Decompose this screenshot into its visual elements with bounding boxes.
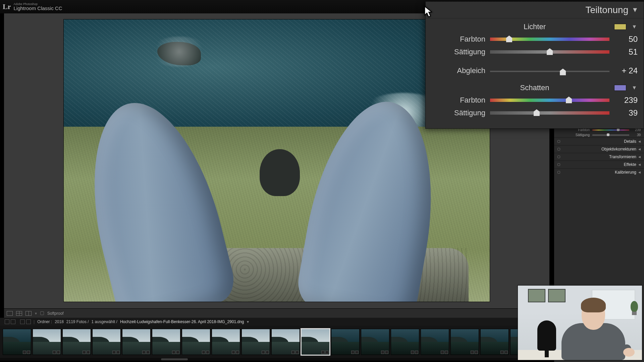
- highlights-sat-label: Sättigung: [432, 48, 485, 56]
- shadows-color-swatch[interactable]: [614, 85, 626, 91]
- balance-value[interactable]: + 24: [614, 66, 638, 75]
- filmstrip-scroll-handle[interactable]: [161, 358, 188, 360]
- grid-view-icon[interactable]: [16, 311, 22, 316]
- mini-sat-label: Sättigung: [576, 133, 590, 137]
- highlights-hue-label: Farbton: [432, 35, 485, 44]
- shadows-sat-slider[interactable]: [490, 111, 609, 115]
- split-toning-panel: Teiltonung ▼ Lichter ▼ Farbton 50 Sättig…: [425, 1, 644, 129]
- mini-sat-slider[interactable]: [592, 134, 629, 136]
- highlights-hue-value[interactable]: 50: [614, 35, 638, 44]
- app-logo: Lr: [3, 2, 11, 11]
- second-window-icon[interactable]: [11, 319, 15, 324]
- filmstrip-thumb[interactable]: [480, 329, 509, 355]
- highlights-picker-icon[interactable]: ▼: [632, 24, 637, 30]
- filmstrip-thumb[interactable]: [92, 329, 121, 355]
- filmstrip-thumb[interactable]: [62, 329, 91, 355]
- filmstrip-thumb[interactable]: [391, 329, 419, 355]
- softproof-checkbox[interactable]: [40, 311, 44, 315]
- view-toolbar: ▾ Softproof: [4, 308, 549, 318]
- mouse-cursor: [424, 6, 433, 18]
- shadows-heading: Schatten: [520, 83, 549, 92]
- mini-sat-value[interactable]: 39: [632, 133, 641, 137]
- filmstrip-thumb[interactable]: [241, 329, 270, 355]
- panel-section-effekte[interactable]: Effekte◀: [554, 161, 644, 168]
- highlights-color-swatch[interactable]: [614, 24, 626, 30]
- filmstrip-thumb[interactable]: [271, 329, 300, 355]
- panel-section-kalibrierung[interactable]: Kalibrierung◀: [554, 168, 644, 176]
- app-brand-line2: Lightroom Classic CC: [13, 6, 62, 11]
- shadows-hue-label: Farbton: [432, 96, 485, 105]
- shadows-hue-slider[interactable]: [490, 99, 609, 102]
- folder-year[interactable]: 2018: [55, 319, 64, 324]
- photo-count: 2119 Fotos /: [66, 319, 89, 324]
- filmstrip-thumb[interactable]: [421, 329, 449, 355]
- balance-label: Abgleich: [432, 66, 485, 75]
- filmstrip-thumb[interactable]: [33, 329, 61, 355]
- highlights-sat-value[interactable]: 51: [614, 47, 638, 57]
- grid-small-icon[interactable]: [20, 319, 25, 324]
- shadows-sat-value[interactable]: 39: [614, 108, 638, 118]
- sort-icon[interactable]: [26, 319, 31, 324]
- mini-hue-slider[interactable]: [592, 129, 629, 131]
- main-window-icon[interactable]: [5, 319, 9, 324]
- filmstrip-thumb[interactable]: [3, 329, 31, 355]
- filmstrip-thumb[interactable]: [361, 329, 389, 355]
- filmstrip-thumb[interactable]: [450, 329, 479, 355]
- highlights-hue-slider[interactable]: [490, 38, 609, 41]
- current-filename[interactable]: Hochzeit-Ludwigshafen-Full-Benkesser-26.…: [120, 319, 244, 324]
- panel-section-objektivkorrekturen[interactable]: Objektivkorrekturen◀: [554, 145, 644, 153]
- filmstrip-thumb[interactable]: [182, 329, 210, 355]
- filmstrip-thumb[interactable]: [152, 329, 180, 355]
- panel-collapse-icon[interactable]: ▼: [632, 6, 638, 14]
- panel-section-details[interactable]: Details◀: [554, 137, 644, 145]
- shadows-picker-icon[interactable]: ▼: [632, 85, 637, 91]
- highlights-heading: Lichter: [524, 22, 546, 31]
- softproof-label: Softproof: [47, 311, 64, 316]
- highlights-sat-slider[interactable]: [490, 50, 609, 54]
- filmstrip-thumb[interactable]: [331, 329, 360, 355]
- shadows-hue-value[interactable]: 239: [614, 96, 638, 105]
- selected-count: 1 ausgewählt /: [92, 319, 117, 324]
- filmstrip-thumb[interactable]: [301, 329, 330, 355]
- balance-slider[interactable]: [490, 71, 609, 72]
- shadows-sat-label: Sättigung: [432, 109, 485, 117]
- filmstrip-thumb[interactable]: [212, 329, 240, 355]
- panel-section-transformieren[interactable]: Transformieren◀: [554, 153, 644, 161]
- folder-label: Ordner :: [37, 319, 52, 324]
- compare-view-icon[interactable]: [25, 311, 32, 316]
- loupe-view-icon[interactable]: [7, 311, 13, 316]
- filmstrip-thumb[interactable]: [122, 329, 151, 355]
- split-toning-title[interactable]: Teiltonung: [586, 5, 629, 15]
- webcam-overlay: [518, 286, 642, 360]
